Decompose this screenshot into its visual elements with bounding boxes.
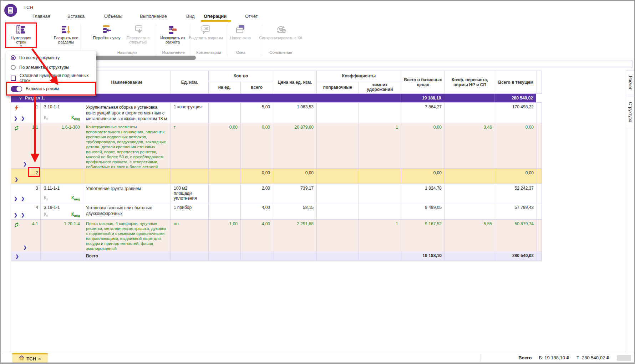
current-total-cell[interactable]: 0,00 (525, 125, 534, 130)
expand-chevron-icon[interactable]: ❯ (23, 245, 27, 250)
ribbon: ТСН Главная Вставка Объёмы Выполнение Ви… (1, 1, 634, 59)
tab-vid[interactable]: Вид (186, 14, 195, 19)
row-code: 1.6-1-300 (62, 125, 80, 130)
tab-vypolnenie[interactable]: Выполнение (140, 14, 167, 19)
horizontal-scrollbar-thumb[interactable] (95, 56, 196, 60)
expand-chevron-icon[interactable]: ❯ (23, 162, 27, 166)
current-total-cell[interactable]: 170 498,22 (512, 104, 534, 109)
qty-total-cell[interactable]: 2,00 (262, 186, 270, 191)
unit-price-cell[interactable]: 739,17 (300, 186, 314, 191)
dropdown-arrow-icon[interactable]: ▼ (6, 45, 36, 48)
total-current-cell: 280 540,02 (512, 253, 534, 258)
unit-price-cell[interactable]: 0,00 (305, 170, 314, 175)
base-total-cell[interactable]: 7 864,27 (425, 104, 442, 109)
current-total-cell[interactable]: 52 242,37 (515, 186, 534, 191)
qty-total-cell[interactable]: 4,00 (262, 205, 270, 210)
expand-chevron-icon[interactable]: ❯ (21, 116, 25, 121)
radio-unselected-icon[interactable] (11, 65, 16, 70)
option-structure-elements[interactable]: По элементам структуры (6, 63, 96, 72)
tab-glavnaya[interactable]: Главная (32, 14, 50, 19)
expand-chevron-icon[interactable]: ❯ (14, 116, 17, 121)
kp-coef-label[interactable]: Кп (44, 212, 48, 217)
app-window: ТСН Главная Вставка Объёмы Выполнение Ви… (0, 0, 635, 364)
row-unit[interactable]: т (171, 123, 208, 132)
winter-coef-cell[interactable]: 1 (396, 125, 398, 130)
expand-chevron-icon[interactable]: ❯ (14, 212, 17, 217)
tab-operacii[interactable]: Операции (204, 14, 227, 19)
table-row[interactable]: 3 ❯ ❯ 3.11-1-1 Кп Кинд Уплотнение грунта… (11, 184, 542, 203)
table-row-resource[interactable]: 1.1 ❯ 1.6-1-300 Конструктивные элементы … (11, 123, 542, 169)
resize-grip[interactable] (617, 355, 631, 361)
tab-vstavka[interactable]: Вставка (67, 14, 85, 19)
recalc-coef-cell[interactable]: 3,46 (484, 125, 492, 130)
row-number: 3 (36, 186, 38, 191)
header-qty-per: на ед. (209, 81, 241, 93)
base-total-cell[interactable]: 9 499,05 (425, 205, 442, 210)
kind-coef-label[interactable]: Кинд (71, 115, 80, 121)
qty-total-cell[interactable]: 0,00 (262, 170, 270, 175)
row-name[interactable]: Плита газовая, 4 конфорки, чугунные реше… (83, 220, 171, 252)
base-total-cell[interactable]: 0,00 (433, 125, 442, 130)
winter-coef-cell[interactable]: 1 (396, 221, 398, 226)
qty-total-cell[interactable]: 5,00 (262, 104, 270, 109)
kind-coef-label[interactable]: Кинд (71, 212, 80, 217)
side-tab-raschet[interactable]: Расчет (626, 71, 635, 95)
option-enable-mode[interactable]: Включить режим (6, 84, 96, 93)
qty-total-cell[interactable]: 0,00 (262, 125, 270, 130)
recalc-coef-cell[interactable]: 5,55 (484, 221, 492, 226)
base-total-cell[interactable]: 9 167,52 (425, 221, 442, 226)
kind-coef-label[interactable]: Кинд (71, 195, 80, 201)
formula-bar[interactable] (11, 61, 633, 67)
qty-per-cell[interactable]: 0,00 (229, 125, 238, 130)
qty-total-cell[interactable]: 4,00 (262, 221, 270, 226)
option-whole-document[interactable]: По всему документу (6, 53, 96, 62)
row-name[interactable]: Укрупнительная сборка и установка констр… (83, 103, 171, 123)
expand-chevron-icon[interactable]: ❯ (14, 196, 17, 201)
header-coef-group: Коэффициенты поправочные зимних удорожан… (317, 71, 401, 93)
numeration-button[interactable]: 123 Нумерация строк ▼ (6, 24, 36, 48)
radio-selected-icon[interactable] (11, 55, 16, 60)
expand-chevron-icon[interactable]: ❯ (15, 177, 18, 182)
unit-price-cell[interactable]: 1 063,53 (297, 104, 314, 109)
tab-obyomy[interactable]: Объёмы (104, 14, 122, 19)
current-total-cell[interactable]: 50 879,74 (515, 221, 534, 226)
row-unit[interactable]: 1 прибор (171, 203, 208, 212)
tab-otchet[interactable]: Отчет (245, 14, 258, 19)
current-total-cell[interactable]: 57 799,43 (515, 205, 534, 210)
base-total-cell[interactable]: 1 824,78 (425, 186, 442, 191)
row-unit[interactable]: шт. (171, 220, 208, 228)
kp-coef-label[interactable]: Кп (44, 195, 48, 201)
table-row-resource[interactable]: 4.1 ❯ 1.20-1-4 Плита газовая, 4 конфорки… (11, 220, 542, 252)
app-logo-icon[interactable] (4, 4, 17, 17)
close-icon[interactable]: × (38, 356, 41, 362)
table-left-rail (11, 257, 11, 352)
svg-text:Ж: Ж (204, 26, 208, 31)
base-total-cell[interactable]: 0,00 (433, 170, 442, 175)
table-row[interactable]: 4 ❯ ❯ 3.19-1-1 Кп Кинд Установка газовых… (11, 203, 542, 220)
toggle-on-icon[interactable] (11, 86, 22, 92)
document-tab[interactable]: ТСН × (12, 353, 48, 363)
checkbox-unchecked-icon[interactable] (11, 76, 16, 81)
table-row[interactable]: 1 ❯ ❯ 3.10-1-1 Кп Кинд Укрупнительная сб… (11, 103, 542, 123)
row-name[interactable]: Конструктивные элементы вспомогательного… (83, 123, 171, 168)
section-collapse-icon[interactable]: ∨ (19, 96, 22, 101)
expand-chevron-icon[interactable]: ❯ (21, 196, 25, 201)
row-name[interactable]: Установка газовых плит бытовых двухкомфо… (83, 203, 171, 218)
side-tab-struktura[interactable]: Структура (626, 96, 635, 128)
qty-per-cell[interactable]: 1,00 (229, 221, 238, 226)
option-through-numbering[interactable]: Сквозная нумерация подчиненных строк (6, 73, 96, 83)
expand-chevron-icon[interactable]: ❯ (21, 212, 25, 217)
kp-coef-label[interactable]: Кп (44, 115, 48, 121)
unit-price-cell[interactable]: 2 291,88 (297, 221, 314, 226)
expand-chevron-icon[interactable]: ❯ (15, 254, 19, 259)
group-label-navigation: Навигация (102, 50, 152, 55)
row-unit[interactable]: 1 конструкция (171, 103, 208, 111)
numbered-list-icon: 123 (6, 24, 36, 36)
svg-text:3: 3 (17, 31, 19, 33)
row-unit[interactable]: 100 м2 площади уплотнения (171, 184, 208, 202)
table-row-new[interactable]: 2 ❯ 0,00 0,00 0,00 0,00 (11, 169, 542, 184)
unit-price-cell[interactable]: 58,15 (303, 205, 314, 210)
row-name[interactable]: Уплотнение грунта гравием (83, 184, 171, 193)
current-total-cell[interactable]: 0,00 (525, 170, 534, 175)
unit-price-cell[interactable]: 20 879,60 (295, 125, 314, 130)
